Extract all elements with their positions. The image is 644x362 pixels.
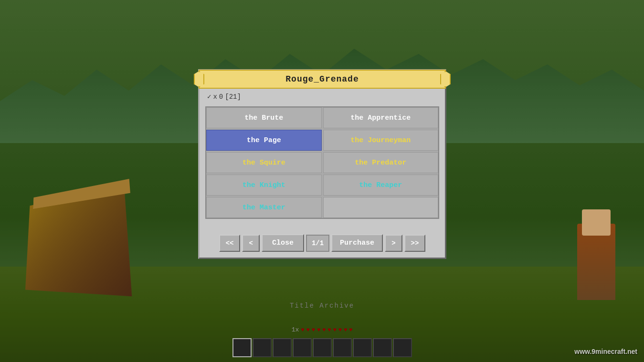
nav-next-button[interactable]: >: [385, 235, 402, 252]
title-cell-journeyman[interactable]: the Journeyman: [323, 130, 439, 151]
title-label-squire: the Squire: [243, 159, 285, 167]
dialog-title-text: Rouge_Grenade: [285, 74, 359, 84]
player-figure: [577, 224, 615, 300]
title-label-journeyman: the Journeyman: [350, 136, 411, 145]
dialog-spacer: [200, 221, 445, 234]
title-cell-squire[interactable]: the Squire: [206, 152, 322, 173]
title-archive-dialog: Rouge_Grenade ✓ x 0 [21] the Brute the A…: [198, 69, 446, 259]
counter-symbol: ✓: [207, 93, 211, 101]
close-button[interactable]: Close: [262, 234, 304, 252]
title-label-reaper: the Reaper: [359, 181, 402, 189]
counter-x-label: x: [213, 93, 217, 101]
dialog-nav-row: << < Close 1/1 Purchase > >>: [200, 234, 445, 252]
counter-row: ✓ x 0 [21]: [200, 89, 445, 104]
dialog-title-banner: Rouge_Grenade: [199, 70, 446, 89]
title-cell-reaper[interactable]: the Reaper: [323, 175, 439, 196]
nav-first-button[interactable]: <<: [219, 235, 241, 252]
title-cell-predator[interactable]: the Predator: [323, 152, 439, 173]
crafting-bench: [25, 189, 132, 297]
titles-grid: the Brute the Apprentice the Page the Jo…: [205, 106, 439, 219]
title-label-knight: the Knight: [243, 181, 285, 189]
purchase-button[interactable]: Purchase: [331, 234, 383, 252]
title-label-apprentice: the Apprentice: [350, 114, 411, 122]
counter-bracket: [21]: [225, 93, 241, 101]
title-cell-empty: [323, 197, 439, 218]
page-indicator: 1/1: [306, 235, 329, 252]
title-label-master: the Master: [243, 204, 285, 212]
title-cell-page[interactable]: the Page: [206, 130, 322, 151]
counter-value: 0: [219, 93, 223, 101]
title-label-brute: the Brute: [244, 114, 283, 122]
title-cell-brute[interactable]: the Brute: [206, 107, 322, 128]
title-label-page: the Page: [247, 136, 281, 145]
title-cell-master[interactable]: the Master: [206, 197, 322, 218]
title-cell-knight[interactable]: the Knight: [206, 175, 322, 196]
watermark: www.9minecraft.net: [574, 348, 637, 355]
nav-last-button[interactable]: >>: [404, 235, 426, 252]
nav-prev-button[interactable]: <: [242, 235, 259, 252]
title-label-predator: the Predator: [355, 159, 406, 167]
title-cell-apprentice[interactable]: the Apprentice: [323, 107, 439, 128]
